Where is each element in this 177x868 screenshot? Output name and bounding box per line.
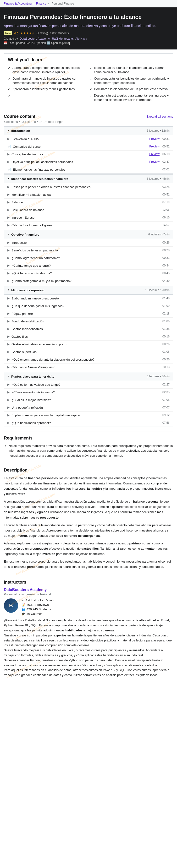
lecture-time-0-1: 00:52 [163,145,170,148]
preview-link-0-1[interactable]: Preview [149,145,159,148]
lecture-1-2: ▶ Balance 07:19 [4,198,173,206]
lecture-list-0: ▶ Bienvenido al curso Preview 00:31 📄 Co… [4,135,173,174]
lecture-3-7: ▶ Gastos superfluos 01:05 [4,348,173,356]
learn-text-2: Dominarán el manejo de ingresos y gastos… [12,76,88,85]
check-icon-8: ✓ [89,94,92,102]
section-header-3[interactable]: ∧ Mi nuevo presupuesto 10 lectures • 20m… [4,286,173,295]
lecture-name-2-3: ¿Cuánto tengo que ahorrar? [11,264,51,268]
lecture-time-3-6: 00:26 [163,342,170,346]
learn-text-5: Identificarán su situación financiera ac… [94,66,169,74]
lecture-time-1-5: 14:57 [163,223,170,227]
play-icon-4-5: ▶ [7,421,9,425]
lecture-name-3-6: Gastos eliminables en el mediano plazo [11,342,66,346]
lecture-3-1: ▶ ¿En qué debería gastar mis ingresos? 0… [4,302,173,310]
lecture-0-4: 📄 Elementos de las finanzas personales 0… [4,166,173,173]
lecture-name-4-0: ¿Qué es lo más valioso que tengo? [11,383,60,386]
play-icon-3-5: ▶ [7,335,9,338]
creator-databoosters[interactable]: DataBoosters Academy [20,37,50,40]
lecture-name-3-4: Gastos indispensables [11,327,43,331]
breadcrumb: Finance & Accounting › Finance › Persona… [0,0,177,7]
course-content-section: cursosenoFerta.com cursosenoFerta.com cu… [0,110,177,432]
star-icons: ★★★★☆ [20,32,35,35]
lecture-name-3-5: Gastos fijos [11,335,28,338]
lecture-name-0-0: Bienvenido al curso [11,137,38,141]
section-header-0[interactable]: ∧ Introducción 5 lectures • 12min [4,126,173,135]
reviews-icon: 📝 [22,603,25,607]
lecture-2-2: ▶ ¿Cómo lograr tener un patrimonio? 00:3… [4,254,173,262]
play-icon-1-5: ▶ [7,223,9,227]
lecture-name-0-2: Conceptos de finanzas [11,153,43,156]
course-content-header: Course content Expand all sections [4,114,173,119]
lecture-3-3: ▶ Fondo de estabilización 01:06 [4,318,173,325]
preview-link-0-2[interactable]: Preview [149,153,159,156]
lecture-0-0: ▶ Bienvenido al curso Preview 00:31 [4,135,173,143]
play-icon-3-2: ▶ [7,312,9,315]
subtitle-icon: 🔤 [47,41,51,45]
play-icon-2-3: ▶ [7,264,9,267]
hero-meta: New 4.0 ★★★★☆ (1 rating) 1,000 students [4,31,173,35]
instructor-avatar: B [4,598,18,613]
lecture-time-1-3: 12:06 [163,208,170,212]
check-icon-4: ✓ [8,94,10,102]
play-icon-1-4: ▶ [7,216,9,219]
lecture-name-1-4: Ingreso - Egreso [11,216,34,219]
play-icon-0-2: ▶ [7,153,9,156]
check-icon-5: ✓ [89,66,92,74]
learn-grid: ✓ Aprenderán a comprender conceptos fina… [8,66,169,102]
bio-p1: ¡Bienvenidos a DataBoosters! Somos una p… [4,618,173,633]
preview-link-0-3[interactable]: Preview [149,160,159,163]
instructor-bio: ¡Bienvenidos a DataBoosters! Somos una p… [4,618,173,678]
instructors-title: Instructors [4,580,173,585]
courses-icon: 🎓 [22,612,25,616]
hero-section: Finanzas Personales: Éxito financiero a … [0,7,177,50]
lecture-name-1-0: Pasos para poner en orden nuestras finan… [11,185,90,189]
course-title: Finanzas Personales: Éxito financiero a … [4,13,173,21]
lecture-name-0-1: Contenido del curso [13,145,41,148]
section-header-2[interactable]: ∧ Objetivo financiero 6 lectures • 7min [4,230,173,239]
breadcrumb-finance[interactable]: Finance [36,2,47,5]
lecture-time-4-1: 02:35 [163,391,170,394]
creator-raul[interactable]: Raúl Montesano [52,37,73,40]
breadcrumb-finance-accounting[interactable]: Finance & Accounting [4,2,32,5]
lecture-time-4-2: 07:08 [163,398,170,402]
lecture-name-2-1: Beneficios de tener un patrimonio [11,249,58,252]
lecture-3-4: ▶ Gastos indispensables 01:38 [4,325,173,333]
lecture-time-0-3: 02:47 [163,160,170,163]
section-header-4[interactable]: ∧ Puntos clave para tener éxito 6 lectur… [4,372,173,381]
instructor-name[interactable]: DataBoosters Academy [4,588,173,592]
lecture-name-4-1: ¿Cómo aumento mis ingresos? [11,391,55,394]
last-updated: Last updated 9/2023 [8,41,34,45]
inst-rating-value: 4.4 Instructor Rating [26,598,54,602]
play-icon-2-2: ▶ [7,256,9,259]
lecture-4-4: ▶ El plan maestro para acumular capital … [4,411,173,419]
requirement-item-0: No se requieren requisitos previos para … [9,443,173,458]
lecture-2-3: ▶ ¿Cuánto tengo que ahorrar? 00:34 [4,262,173,270]
creator-ale[interactable]: Ale Nava [75,37,87,40]
learn-text-3: Aprenderán a identificar y reducir gasto… [12,87,76,92]
play-icon-1-3: ▶ [7,208,9,212]
preview-link-0-0[interactable]: Preview [149,137,159,141]
lecture-1-5: ▶ Calculadora Ingreso - Egreso 14:57 [4,221,173,229]
lecture-4-0: ▶ ¿Qué es lo más valioso que tengo? 02:2… [4,381,173,389]
learn-item-6: ✓ Comprenderán los beneficios de tener u… [89,76,169,85]
learn-item-4: ✓ [8,93,88,102]
play-icon-4-1: ▶ [7,391,9,394]
students-icon: 👥 [22,608,25,611]
requirements-title: Requirements [4,436,173,441]
section-info-1: 6 lectures • 45min [147,177,170,180]
section-title-0: Introducción [11,129,30,133]
play-icon-4-0: ▶ [7,383,9,386]
expand-all-button[interactable]: Expand all sections [146,115,173,118]
lecture-name-2-4: ¿Qué hago con mis ahorros? [11,272,52,275]
section-header-1[interactable]: ∧ Identificar nuestra situación financie… [4,175,173,183]
learn-text-6: Comprenderán los beneficios de tener un … [94,76,169,85]
learn-text-8: Descubrirán estrategias para aumentar su… [94,93,169,102]
lecture-name-2-2: ¿Cómo lograr tener un patrimonio? [11,256,60,260]
play-icon-3-8: ▶ [7,358,9,361]
play-icon-2-0: ▶ [7,241,9,244]
lecture-list-1: ▶ Pasos para poner en orden nuestras fin… [4,183,173,229]
lecture-1-1: ▶ Identificar mi situación actual 00:51 [4,191,173,198]
bio-p4: Si desea aprender Python, nuestros curso… [4,658,173,668]
learn-item-3: ✓ Aprenderán a identificar y reducir gas… [8,87,88,92]
play-icon-2-5: ▶ [7,279,9,282]
